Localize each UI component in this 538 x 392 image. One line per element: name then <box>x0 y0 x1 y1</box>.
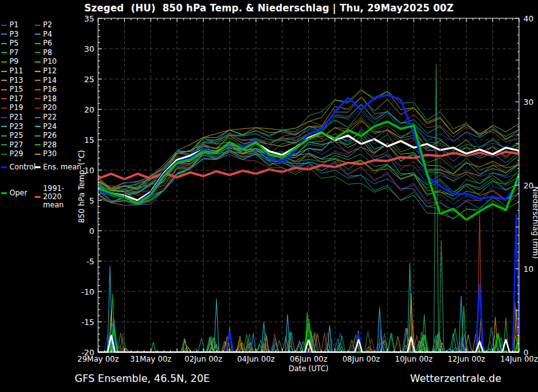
legend-p9-label: P9 <box>9 58 18 66</box>
p27-swatch <box>1 144 7 145</box>
legend-ens-mean: Ens. mean <box>35 163 81 171</box>
p5-swatch <box>1 43 7 44</box>
p6-swatch <box>35 43 41 44</box>
legend-p23-label: P23 <box>9 123 23 131</box>
date-tick-label: 12Jun 00z <box>447 355 485 364</box>
p11-swatch <box>1 71 7 72</box>
x-axis-title: Date (UTC) <box>289 364 328 373</box>
legend-p2: P2 <box>35 21 52 29</box>
p16-swatch <box>35 89 41 90</box>
legend-control: Control <box>1 163 36 171</box>
ensemble-legend: P1P3P5P7P9P11P13P15P17P19P21P23P25P27P29… <box>0 0 95 392</box>
legend-oper: Oper <box>1 189 27 197</box>
legend-p11-label: P11 <box>9 67 23 75</box>
weather-ensemble-page: Szeged (HU) 850 hPa Temp. & Niederschlag… <box>0 0 538 392</box>
legend-p15-label: P15 <box>9 85 23 94</box>
gridlines <box>98 18 519 352</box>
legend-p5-label: P5 <box>9 39 18 47</box>
legend-p25-label: P25 <box>9 132 23 140</box>
p29-swatch <box>1 154 7 155</box>
date-tick-label: 08Jun 00z <box>342 355 380 364</box>
legend-p19-label: P19 <box>9 104 23 112</box>
p2-swatch <box>35 25 41 26</box>
legend-p12-label: P12 <box>43 67 57 75</box>
legend-p7: P7 <box>1 49 18 57</box>
legend-p17-label: P17 <box>9 95 23 103</box>
legend-p27: P27 <box>1 141 23 149</box>
p15-swatch <box>1 89 7 90</box>
precip-spike-p18 <box>477 214 482 352</box>
legend-p18: P18 <box>35 95 57 103</box>
legend-climate-mean: 1991-2020 mean <box>35 185 82 209</box>
legend-p11: P11 <box>1 67 23 75</box>
legend-oper-label: Oper <box>9 189 27 197</box>
precip-tick-label: 30 <box>523 97 534 107</box>
date-tick-label: 06Jun 00z <box>290 355 327 364</box>
control-swatch <box>1 166 7 168</box>
precip-spike-p7 <box>151 342 156 352</box>
legend-p12: P12 <box>35 67 57 75</box>
climate-swatch <box>35 196 41 198</box>
legend-climate-mean-label: 1991-2020 mean <box>43 185 82 209</box>
legend-p22: P22 <box>35 113 57 121</box>
legend-ens-mean-label: Ens. mean <box>43 163 81 171</box>
p24-swatch <box>35 126 41 127</box>
p23-swatch <box>1 126 7 127</box>
p8-swatch <box>35 52 41 53</box>
legend-p10: P10 <box>35 58 57 66</box>
oper-swatch <box>1 192 7 194</box>
p4-swatch <box>35 34 41 35</box>
legend-p27-label: P27 <box>9 141 23 149</box>
date-tick-label: 04Jun 00z <box>237 355 275 364</box>
legend-p16-label: P16 <box>43 85 57 94</box>
legend-p18-label: P18 <box>43 95 57 103</box>
p30-swatch <box>35 154 41 155</box>
legend-p17: P17 <box>1 95 23 103</box>
legend-p6-label: P6 <box>43 39 52 47</box>
legend-p15: P15 <box>1 85 23 94</box>
legend-p29-label: P29 <box>9 150 23 158</box>
legend-p19: P19 <box>1 104 23 112</box>
p18-swatch <box>35 98 41 99</box>
date-tick-label: 14Jun 00z <box>500 355 537 364</box>
legend-p14-label: P14 <box>43 77 57 85</box>
model-info-label: GFS Ensemble, 46.5N, 20E <box>75 372 210 384</box>
legend-p24: P24 <box>35 123 57 131</box>
right-axis-title: Niederschlag (mm) <box>531 187 538 259</box>
legend-p23: P23 <box>1 123 23 131</box>
legend-p5: P5 <box>1 39 18 47</box>
legend-p13: P13 <box>1 77 23 85</box>
p1-swatch <box>1 25 7 26</box>
legend-p29: P29 <box>1 150 23 158</box>
precip-tick-label: 10 <box>523 264 534 274</box>
legend-p4: P4 <box>35 30 52 39</box>
date-tick-label: 02Jun 00z <box>185 355 222 364</box>
p3-swatch <box>1 34 7 35</box>
legend-p6: P6 <box>35 39 52 47</box>
legend-p2-label: P2 <box>43 21 52 29</box>
p7-swatch <box>1 52 7 53</box>
legend-p7-label: P7 <box>9 49 18 57</box>
legend-p14: P14 <box>35 77 57 85</box>
p20-swatch <box>35 107 41 109</box>
p28-swatch <box>35 144 41 145</box>
legend-p21-label: P21 <box>9 113 23 121</box>
legend-p4-label: P4 <box>43 30 52 39</box>
legend-p21: P21 <box>1 113 23 121</box>
legend-p3-label: P3 <box>9 30 18 39</box>
p12-swatch <box>35 71 41 72</box>
p26-swatch <box>35 135 41 137</box>
legend-p28: P28 <box>35 141 57 149</box>
legend-p20: P20 <box>35 104 57 112</box>
legend-p16: P16 <box>35 85 57 94</box>
p9-swatch <box>1 61 7 63</box>
legend-p24-label: P24 <box>43 123 57 131</box>
legend-p1-label: P1 <box>9 21 18 29</box>
legend-p28-label: P28 <box>43 141 57 149</box>
legend-control-label: Control <box>9 163 36 171</box>
legend-p3: P3 <box>1 30 18 39</box>
legend-p30-label: P30 <box>43 150 57 158</box>
legend-p8: P8 <box>35 49 52 57</box>
legend-p8-label: P8 <box>43 49 52 57</box>
p21-swatch <box>1 117 7 118</box>
